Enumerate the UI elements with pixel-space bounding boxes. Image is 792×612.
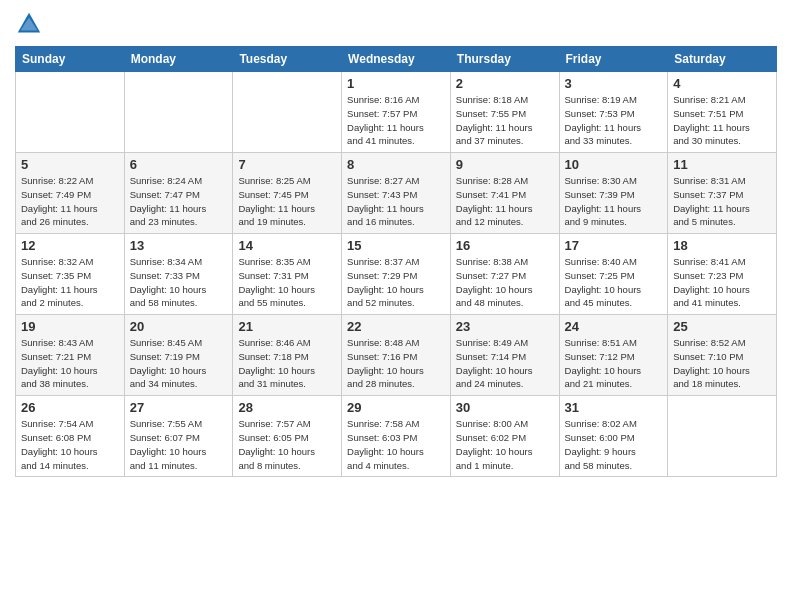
day-number: 14 (238, 238, 336, 253)
day-info: Sunrise: 8:22 AM Sunset: 7:49 PM Dayligh… (21, 174, 119, 229)
weekday-header-monday: Monday (124, 47, 233, 72)
day-number: 30 (456, 400, 554, 415)
day-number: 22 (347, 319, 445, 334)
day-info: Sunrise: 8:35 AM Sunset: 7:31 PM Dayligh… (238, 255, 336, 310)
header (15, 10, 777, 38)
day-info: Sunrise: 8:30 AM Sunset: 7:39 PM Dayligh… (565, 174, 663, 229)
page: SundayMondayTuesdayWednesdayThursdayFrid… (0, 0, 792, 612)
day-number: 15 (347, 238, 445, 253)
day-info: Sunrise: 8:52 AM Sunset: 7:10 PM Dayligh… (673, 336, 771, 391)
day-number: 11 (673, 157, 771, 172)
calendar-cell: 26Sunrise: 7:54 AM Sunset: 6:08 PM Dayli… (16, 396, 125, 477)
day-number: 19 (21, 319, 119, 334)
weekday-header-wednesday: Wednesday (342, 47, 451, 72)
calendar-cell: 22Sunrise: 8:48 AM Sunset: 7:16 PM Dayli… (342, 315, 451, 396)
day-number: 1 (347, 76, 445, 91)
calendar-cell (124, 72, 233, 153)
day-info: Sunrise: 8:21 AM Sunset: 7:51 PM Dayligh… (673, 93, 771, 148)
week-row-3: 12Sunrise: 8:32 AM Sunset: 7:35 PM Dayli… (16, 234, 777, 315)
day-number: 29 (347, 400, 445, 415)
calendar-cell: 8Sunrise: 8:27 AM Sunset: 7:43 PM Daylig… (342, 153, 451, 234)
day-info: Sunrise: 8:25 AM Sunset: 7:45 PM Dayligh… (238, 174, 336, 229)
day-info: Sunrise: 8:40 AM Sunset: 7:25 PM Dayligh… (565, 255, 663, 310)
calendar-cell: 15Sunrise: 8:37 AM Sunset: 7:29 PM Dayli… (342, 234, 451, 315)
day-info: Sunrise: 8:28 AM Sunset: 7:41 PM Dayligh… (456, 174, 554, 229)
day-info: Sunrise: 7:54 AM Sunset: 6:08 PM Dayligh… (21, 417, 119, 472)
calendar-cell: 13Sunrise: 8:34 AM Sunset: 7:33 PM Dayli… (124, 234, 233, 315)
day-number: 21 (238, 319, 336, 334)
calendar-cell: 16Sunrise: 8:38 AM Sunset: 7:27 PM Dayli… (450, 234, 559, 315)
logo (15, 10, 47, 38)
day-info: Sunrise: 8:49 AM Sunset: 7:14 PM Dayligh… (456, 336, 554, 391)
day-number: 17 (565, 238, 663, 253)
calendar-cell: 20Sunrise: 8:45 AM Sunset: 7:19 PM Dayli… (124, 315, 233, 396)
day-number: 18 (673, 238, 771, 253)
day-info: Sunrise: 8:46 AM Sunset: 7:18 PM Dayligh… (238, 336, 336, 391)
day-number: 23 (456, 319, 554, 334)
day-number: 3 (565, 76, 663, 91)
day-number: 8 (347, 157, 445, 172)
weekday-header-saturday: Saturday (668, 47, 777, 72)
day-info: Sunrise: 8:51 AM Sunset: 7:12 PM Dayligh… (565, 336, 663, 391)
calendar-cell (16, 72, 125, 153)
week-row-2: 5Sunrise: 8:22 AM Sunset: 7:49 PM Daylig… (16, 153, 777, 234)
day-number: 25 (673, 319, 771, 334)
day-number: 5 (21, 157, 119, 172)
calendar-cell: 24Sunrise: 8:51 AM Sunset: 7:12 PM Dayli… (559, 315, 668, 396)
day-info: Sunrise: 8:27 AM Sunset: 7:43 PM Dayligh… (347, 174, 445, 229)
day-number: 12 (21, 238, 119, 253)
calendar-cell: 10Sunrise: 8:30 AM Sunset: 7:39 PM Dayli… (559, 153, 668, 234)
day-info: Sunrise: 7:55 AM Sunset: 6:07 PM Dayligh… (130, 417, 228, 472)
calendar-cell: 4Sunrise: 8:21 AM Sunset: 7:51 PM Daylig… (668, 72, 777, 153)
week-row-4: 19Sunrise: 8:43 AM Sunset: 7:21 PM Dayli… (16, 315, 777, 396)
weekday-header-sunday: Sunday (16, 47, 125, 72)
day-number: 24 (565, 319, 663, 334)
day-info: Sunrise: 7:57 AM Sunset: 6:05 PM Dayligh… (238, 417, 336, 472)
weekday-header-friday: Friday (559, 47, 668, 72)
day-info: Sunrise: 8:31 AM Sunset: 7:37 PM Dayligh… (673, 174, 771, 229)
calendar-cell: 23Sunrise: 8:49 AM Sunset: 7:14 PM Dayli… (450, 315, 559, 396)
day-info: Sunrise: 8:43 AM Sunset: 7:21 PM Dayligh… (21, 336, 119, 391)
day-info: Sunrise: 8:38 AM Sunset: 7:27 PM Dayligh… (456, 255, 554, 310)
calendar-cell: 27Sunrise: 7:55 AM Sunset: 6:07 PM Dayli… (124, 396, 233, 477)
week-row-1: 1Sunrise: 8:16 AM Sunset: 7:57 PM Daylig… (16, 72, 777, 153)
calendar-cell: 30Sunrise: 8:00 AM Sunset: 6:02 PM Dayli… (450, 396, 559, 477)
day-number: 4 (673, 76, 771, 91)
day-number: 7 (238, 157, 336, 172)
day-info: Sunrise: 8:37 AM Sunset: 7:29 PM Dayligh… (347, 255, 445, 310)
week-row-5: 26Sunrise: 7:54 AM Sunset: 6:08 PM Dayli… (16, 396, 777, 477)
day-number: 26 (21, 400, 119, 415)
day-info: Sunrise: 8:18 AM Sunset: 7:55 PM Dayligh… (456, 93, 554, 148)
calendar-cell (668, 396, 777, 477)
weekday-header-thursday: Thursday (450, 47, 559, 72)
calendar-cell (233, 72, 342, 153)
day-number: 10 (565, 157, 663, 172)
calendar-cell: 25Sunrise: 8:52 AM Sunset: 7:10 PM Dayli… (668, 315, 777, 396)
calendar-cell: 6Sunrise: 8:24 AM Sunset: 7:47 PM Daylig… (124, 153, 233, 234)
calendar-cell: 28Sunrise: 7:57 AM Sunset: 6:05 PM Dayli… (233, 396, 342, 477)
calendar-cell: 11Sunrise: 8:31 AM Sunset: 7:37 PM Dayli… (668, 153, 777, 234)
day-info: Sunrise: 8:19 AM Sunset: 7:53 PM Dayligh… (565, 93, 663, 148)
day-info: Sunrise: 7:58 AM Sunset: 6:03 PM Dayligh… (347, 417, 445, 472)
day-number: 9 (456, 157, 554, 172)
day-info: Sunrise: 8:24 AM Sunset: 7:47 PM Dayligh… (130, 174, 228, 229)
day-number: 2 (456, 76, 554, 91)
day-number: 13 (130, 238, 228, 253)
day-number: 31 (565, 400, 663, 415)
day-number: 28 (238, 400, 336, 415)
calendar-cell: 18Sunrise: 8:41 AM Sunset: 7:23 PM Dayli… (668, 234, 777, 315)
calendar-cell: 14Sunrise: 8:35 AM Sunset: 7:31 PM Dayli… (233, 234, 342, 315)
day-number: 6 (130, 157, 228, 172)
calendar-cell: 3Sunrise: 8:19 AM Sunset: 7:53 PM Daylig… (559, 72, 668, 153)
day-number: 27 (130, 400, 228, 415)
day-info: Sunrise: 8:00 AM Sunset: 6:02 PM Dayligh… (456, 417, 554, 472)
day-info: Sunrise: 8:32 AM Sunset: 7:35 PM Dayligh… (21, 255, 119, 310)
day-number: 16 (456, 238, 554, 253)
calendar-cell: 17Sunrise: 8:40 AM Sunset: 7:25 PM Dayli… (559, 234, 668, 315)
calendar-cell: 1Sunrise: 8:16 AM Sunset: 7:57 PM Daylig… (342, 72, 451, 153)
calendar-cell: 9Sunrise: 8:28 AM Sunset: 7:41 PM Daylig… (450, 153, 559, 234)
day-info: Sunrise: 8:16 AM Sunset: 7:57 PM Dayligh… (347, 93, 445, 148)
calendar-cell: 29Sunrise: 7:58 AM Sunset: 6:03 PM Dayli… (342, 396, 451, 477)
calendar-cell: 2Sunrise: 8:18 AM Sunset: 7:55 PM Daylig… (450, 72, 559, 153)
day-number: 20 (130, 319, 228, 334)
